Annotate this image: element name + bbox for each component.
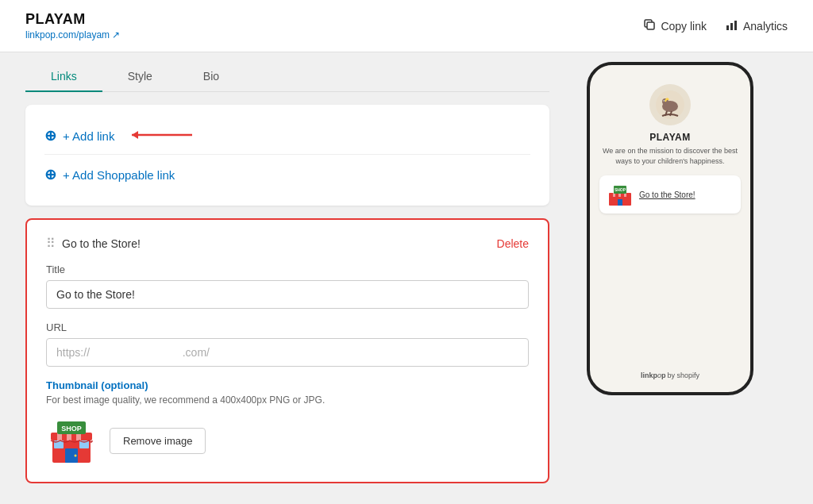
- analytics-button[interactable]: Analytics: [726, 18, 788, 33]
- svg-rect-31: [618, 199, 622, 206]
- copy-link-label: Copy link: [661, 20, 707, 33]
- svg-rect-1: [726, 25, 729, 30]
- phone-name: PLAYAM: [649, 132, 690, 143]
- add-link-card: ⊕ + Add link ⊕ + Add Shoppable link: [25, 105, 549, 206]
- add-shoppable-link-button[interactable]: ⊕ + Add Shoppable link: [44, 158, 530, 190]
- header: PLAYAM linkpop.com/playam ↗ Copy link: [0, 0, 813, 52]
- plus-circle-shoppable-icon: ⊕: [44, 166, 56, 183]
- thumbnail-hint: For best image quality, we recommend a 4…: [46, 394, 529, 406]
- phone-avatar: [649, 84, 691, 125]
- link-editor-card: ⠿ Go to the Store! Delete Title URL Thum…: [25, 218, 549, 483]
- header-actions: Copy link Analytics: [643, 18, 788, 33]
- footer-by-text: by shopify: [668, 371, 700, 379]
- link-editor-title: Go to the Store!: [62, 237, 141, 250]
- thumbnail-area: SHOP Remove image: [46, 415, 529, 466]
- add-link-label: + Add link: [63, 129, 114, 143]
- main-layout: Links Style Bio ⊕ + Add link: [0, 52, 813, 496]
- analytics-icon: [726, 18, 738, 33]
- link-editor-header: ⠿ Go to the Store! Delete: [46, 236, 529, 251]
- title-input[interactable]: [46, 280, 529, 309]
- drag-handle-icon[interactable]: ⠿: [46, 236, 56, 251]
- copy-link-icon: [643, 18, 656, 33]
- add-shoppable-label: + Add Shoppable link: [63, 168, 175, 182]
- svg-text:SHOP: SHOP: [61, 425, 82, 433]
- svg-point-21: [664, 101, 665, 102]
- phone-preview: PLAYAM We are on the mission to discover…: [587, 62, 753, 395]
- divider: [44, 154, 530, 155]
- phone-footer: linkpop by shopify: [641, 371, 699, 379]
- title-field-label: Title: [46, 264, 529, 275]
- url-input[interactable]: [46, 338, 529, 367]
- phone-link-card: SHOP Go to the Store!: [599, 175, 741, 214]
- app-title: PLAYAM: [25, 11, 120, 28]
- phone-bio: We are on the mission to discover the be…: [599, 146, 741, 166]
- remove-image-button[interactable]: Remove image: [110, 428, 206, 454]
- link-drag-row: ⠿ Go to the Store!: [46, 236, 141, 251]
- phone-link-icon: SHOP: [607, 182, 633, 207]
- tab-links[interactable]: Links: [25, 62, 102, 92]
- shop-thumbnail-icon: SHOP: [46, 415, 97, 466]
- linkpop-url[interactable]: linkpop.com/playam ↗: [25, 29, 120, 40]
- analytics-label: Analytics: [743, 20, 788, 33]
- add-link-arrow: [130, 129, 194, 144]
- external-link-icon: ↗: [112, 29, 120, 40]
- delete-link-button[interactable]: Delete: [497, 237, 529, 250]
- right-panel: PLAYAM We are on the mission to discover…: [575, 52, 765, 496]
- tabs: Links Style Bio: [25, 52, 549, 92]
- linkpop-footer-logo: linkpop: [641, 371, 666, 379]
- left-panel: Links Style Bio ⊕ + Add link: [25, 52, 549, 496]
- plus-circle-icon: ⊕: [44, 127, 56, 144]
- svg-point-14: [75, 455, 77, 457]
- svg-marker-5: [132, 131, 138, 139]
- copy-link-button[interactable]: Copy link: [643, 18, 707, 33]
- svg-text:SHOP: SHOP: [615, 187, 626, 192]
- phone-link-text: Go to the Store!: [639, 190, 695, 199]
- svg-rect-2: [730, 23, 733, 30]
- url-field-label: URL: [46, 321, 529, 333]
- tab-style[interactable]: Style: [102, 62, 178, 92]
- linkpop-url-text: linkpop.com/playam: [25, 29, 110, 40]
- svg-rect-3: [734, 21, 737, 30]
- tab-bio[interactable]: Bio: [178, 62, 245, 92]
- thumbnail-label: Thumbnail (optional): [46, 379, 529, 391]
- add-link-button[interactable]: ⊕ + Add link: [44, 121, 530, 151]
- header-left: PLAYAM linkpop.com/playam ↗: [25, 11, 120, 40]
- svg-rect-0: [647, 22, 654, 29]
